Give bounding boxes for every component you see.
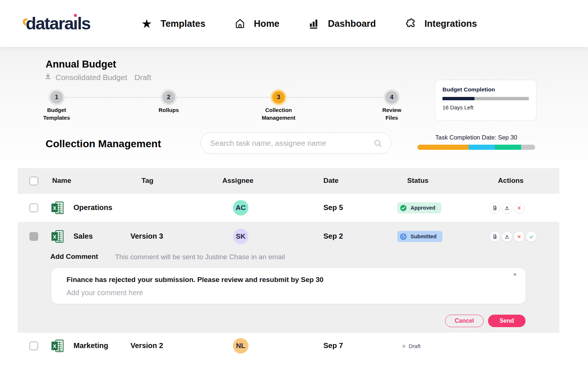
- expanded-row-sales-panel: X Sales Version 3 SK Sep 2 Submitted: [18, 222, 559, 332]
- row-checkbox-selected[interactable]: [29, 232, 38, 241]
- logo-text-head: datara: [26, 14, 73, 33]
- nav-item-dashboard[interactable]: Dashboard: [308, 18, 376, 29]
- table-header: Name Tag Assignee Date Status Actions: [18, 168, 559, 194]
- task-name: Operations: [74, 203, 112, 212]
- add-comment-label: Add Comment: [50, 253, 98, 261]
- budget-completion-card: Budget Completion 16 Days Left: [435, 80, 537, 121]
- select-all-checkbox[interactable]: [29, 177, 38, 185]
- svg-text:X: X: [53, 344, 57, 349]
- table-row-marketing[interactable]: X Marketing Version 2 NL Sep 7 Draft: [18, 332, 559, 360]
- download-icon[interactable]: [44, 73, 52, 82]
- step-2-label: Rollups: [147, 106, 191, 114]
- nav-item-templates[interactable]: ★ Templates: [141, 18, 205, 29]
- budget-completion-title: Budget Completion: [442, 86, 529, 93]
- top-nav: dataraıls ★ Templates Home: [0, 0, 588, 47]
- step-1-circle[interactable]: 1: [50, 91, 63, 104]
- comment-input[interactable]: [67, 287, 500, 298]
- nav-label-templates: Templates: [161, 18, 205, 29]
- comment-message: Finance has rejected your submission. Pl…: [67, 276, 323, 284]
- tasks-table: Name Tag Assignee Date Status Actions X …: [18, 168, 559, 360]
- assignee-avatar: AC: [233, 200, 248, 216]
- assignee-avatar: SK: [233, 229, 248, 244]
- doc-status: Draft: [135, 73, 151, 82]
- svg-text:X: X: [53, 206, 57, 211]
- cancel-button[interactable]: Cancel: [445, 315, 484, 327]
- search-input[interactable]: [210, 133, 372, 153]
- approved-check-icon: [400, 205, 407, 211]
- column-header-tag: Tag: [141, 177, 153, 185]
- assignee-avatar: NL: [233, 338, 248, 354]
- status-badge-label: Approved: [410, 205, 435, 211]
- nav-label-integrations: Integrations: [424, 18, 477, 29]
- logo-text: dataraıls: [26, 14, 90, 33]
- star-icon: ★: [141, 18, 153, 29]
- draft-status-dot: [402, 345, 405, 348]
- task-date: Sep 2: [323, 232, 343, 240]
- budget-completion-bar: [442, 97, 529, 100]
- excel-file-icon: X: [51, 229, 65, 243]
- task-bar-segment-gray: [521, 145, 535, 150]
- page-title: Annual Budget: [46, 59, 116, 70]
- add-comment-hint: This comment will be sent to Justine Cha…: [115, 253, 285, 261]
- send-button[interactable]: Send: [488, 315, 526, 327]
- excel-file-icon: X: [51, 339, 65, 353]
- task-name: Marketing: [74, 341, 108, 350]
- search-box: [200, 133, 391, 154]
- logo[interactable]: dataraıls: [26, 13, 90, 33]
- budget-completion-fill: [442, 97, 474, 100]
- download-file-button[interactable]: [502, 231, 512, 242]
- comment-card: × Finance has rejected your submission. …: [51, 268, 526, 304]
- table-row-operations[interactable]: X Operations AC Sep 5 Approved: [18, 194, 559, 222]
- app-screen: dataraıls ★ Templates Home: [0, 0, 588, 380]
- task-tag: Version 2: [130, 341, 163, 350]
- column-header-assignee: Assignee: [222, 177, 253, 185]
- table-row-sales[interactable]: X Sales Version 3 SK Sep 2 Submitted: [18, 222, 559, 251]
- preview-file-button[interactable]: [490, 203, 500, 213]
- row-checkbox[interactable]: [29, 203, 38, 212]
- logo-text-tail: ls: [77, 14, 90, 33]
- task-completion-label: Task Completion Date: Sep 30: [417, 134, 535, 141]
- home-icon: [234, 18, 246, 29]
- task-name: Sales: [74, 232, 93, 240]
- nav-menu: ★ Templates Home: [141, 0, 477, 47]
- step-2-circle[interactable]: 2: [162, 91, 175, 104]
- stepper-connector: [65, 97, 161, 98]
- stepper-connector: [177, 97, 271, 98]
- task-date: Sep 5: [323, 203, 343, 212]
- column-header-actions: Actions: [498, 177, 524, 185]
- stepper-connector: [287, 97, 384, 98]
- task-bar-segment-blue: [469, 145, 495, 150]
- column-header-date: Date: [323, 177, 338, 185]
- approve-button[interactable]: [526, 231, 537, 242]
- excel-file-icon: X: [51, 201, 65, 215]
- step-4-circle[interactable]: 4: [386, 91, 398, 104]
- close-icon[interactable]: ×: [513, 271, 517, 278]
- row-checkbox[interactable]: [29, 341, 38, 350]
- task-date: Sep 7: [323, 341, 343, 350]
- reject-button[interactable]: [514, 231, 524, 242]
- puzzle-icon: [405, 18, 416, 29]
- task-tag: Version 3: [130, 232, 163, 240]
- status-badge-label: Submitted: [410, 234, 437, 239]
- nav-label-home: Home: [254, 18, 279, 29]
- logo-letter-i: ı: [73, 14, 77, 33]
- column-header-name: Name: [52, 177, 71, 185]
- submitted-clock-icon: [400, 233, 407, 240]
- task-bar-segment-green: [495, 145, 521, 150]
- step-3-circle-active[interactable]: 3: [272, 91, 285, 104]
- subtitle-text: Consolidated Budget: [55, 73, 127, 82]
- reject-button[interactable]: [514, 203, 524, 213]
- nav-label-dashboard: Dashboard: [328, 18, 376, 29]
- status-draft-label: Draft: [409, 343, 421, 349]
- nav-item-integrations[interactable]: Integrations: [405, 18, 477, 29]
- svg-text:X: X: [53, 234, 57, 240]
- step-3-label: Collection Management: [251, 106, 306, 122]
- download-file-button[interactable]: [502, 203, 512, 213]
- section-title: Collection Management: [46, 138, 161, 150]
- status-badge-approved: Approved: [397, 202, 441, 213]
- task-completion-bar: [417, 145, 535, 150]
- nav-item-home[interactable]: Home: [234, 18, 279, 29]
- preview-file-button[interactable]: [490, 231, 500, 242]
- search-icon[interactable]: [373, 139, 383, 150]
- step-1-label: Budget Templates: [35, 106, 79, 122]
